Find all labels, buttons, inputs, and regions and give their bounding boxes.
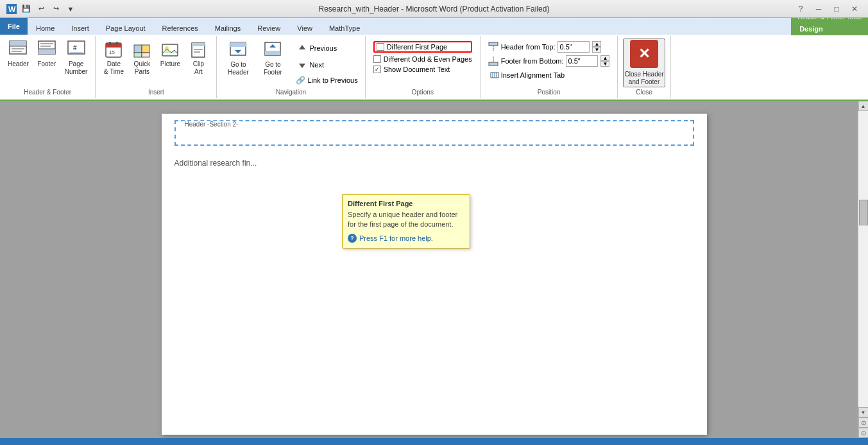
insert-alignment-tab-label: Insert Alignment Tab [501,71,565,79]
nav-prev-next-link: Previous Next 🔗 Link to Previous [294,39,359,86]
page-number-button[interactable]: # Page Number [62,39,90,77]
footer-from-bottom-down[interactable]: ▼ [600,61,609,67]
scroll-next-page-button[interactable]: ⊙ [858,428,869,438]
footer-from-bottom-label: Footer from Bottom: [501,57,564,65]
tab-review[interactable]: Review [249,21,289,35]
link-icon: 🔗 [296,76,305,85]
customize-quick-access-button[interactable]: ▼ [64,3,77,15]
tab-view[interactable]: View [289,21,321,35]
svg-rect-19 [109,42,111,45]
help-button[interactable]: ? [792,3,809,15]
ribbon-group-navigation: Go to Header Go to Footer [217,36,365,98]
svg-rect-29 [194,49,203,50]
footer-button[interactable]: Footer [34,39,60,69]
tab-design[interactable]: Design [791,21,868,35]
tab-insert[interactable]: Insert [63,21,98,35]
picture-icon [160,40,180,60]
previous-button[interactable]: Previous [294,41,359,55]
show-document-text-checkbox[interactable] [373,65,381,73]
close-header-footer-button[interactable]: ✕ Close Header and Footer [623,39,665,87]
header-from-top-spinner: ▲ ▼ [592,41,601,53]
header-from-top-row: Header from Top: ▲ ▼ [488,41,610,53]
date-time-icon: 15 [103,40,124,60]
tab-references[interactable]: References [154,21,207,35]
scroll-up-button[interactable]: ▲ [858,101,869,111]
footer-from-bottom-up[interactable]: ▲ [600,55,609,61]
header-section-label: Header -Section 2- [182,121,241,128]
scroll-track [858,111,868,407]
header-from-top-input[interactable] [557,41,590,53]
header-from-top-down[interactable]: ▼ [592,47,601,53]
tab-file[interactable]: File [0,18,28,35]
picture-button[interactable]: Picture [157,39,183,69]
clip-art-button[interactable]: Clip Art [185,39,211,77]
document-header-area[interactable]: Header -Section 2- [174,120,694,146]
ribbon-group-close: ✕ Close Header and Footer Close [618,36,670,98]
svg-text:15: 15 [109,49,115,55]
window-controls: ? ─ □ ✕ [792,3,863,15]
svg-marker-36 [269,44,276,48]
svg-rect-21 [134,45,142,53]
svg-marker-38 [299,64,305,68]
minimize-button[interactable]: ─ [810,3,827,15]
tab-mailings[interactable]: Mailings [207,21,249,35]
footer-from-bottom-icon [488,56,498,66]
svg-text:#: # [73,44,77,51]
show-document-text-option[interactable]: Show Document Text [373,65,472,73]
clip-art-label: Clip Art [193,60,204,76]
different-odd-even-label: Different Odd & Even Pages [384,55,472,63]
insert-alignment-tab-button[interactable]: Insert Alignment Tab [488,69,610,81]
svg-rect-24 [142,53,149,57]
svg-marker-33 [235,50,241,53]
tooltip-help-text: Press F1 for more help. [359,234,433,242]
date-time-button[interactable]: 15 Date & Time [101,39,126,77]
previous-label: Previous [309,44,337,52]
tab-home[interactable]: Home [28,21,63,35]
save-button[interactable]: 💾 [20,3,33,15]
next-icon [297,60,307,70]
header-button[interactable]: Header [5,39,31,69]
vertical-scrollbar[interactable]: ▲ ▼ ⊙ ⊙ [858,101,868,438]
hf-group-content: Header Footer [5,39,90,87]
tooltip-title: Different First Page [348,200,464,207]
goto-footer-button[interactable]: Go to Footer [257,39,289,78]
previous-icon [297,43,307,53]
quick-parts-button[interactable]: Quick Parts [129,39,155,77]
maximize-button[interactable]: □ [828,3,845,15]
different-odd-even-option[interactable]: Different Odd & Even Pages [373,55,472,63]
close-group-label: Close [636,87,652,96]
link-to-previous-label: Link to Previous [307,76,357,84]
insert-group-label: Insert [148,87,164,96]
header-from-top-label: Header from Top: [501,43,556,51]
word-icon: W [5,3,18,15]
next-button[interactable]: Next [294,58,359,72]
quick-parts-label: Quick Parts [134,60,151,76]
tab-mathtype[interactable]: MathType [321,21,368,35]
picture-label: Picture [160,60,180,68]
ribbon-group-insert: 15 Date & Time Quick Parts [96,36,217,98]
different-first-page-option[interactable]: Different First Page [373,41,472,53]
different-first-page-checkbox[interactable] [377,43,384,51]
scroll-down-button[interactable]: ▼ [858,407,869,417]
svg-rect-41 [489,62,498,65]
link-to-previous-button[interactable]: 🔗 Link to Previous [294,74,359,86]
options-group-label: Options [411,87,433,96]
footer-from-bottom-input[interactable] [566,55,598,67]
redo-button[interactable]: ↪ [49,3,62,15]
scroll-thumb[interactable] [859,200,868,225]
different-odd-even-checkbox[interactable] [373,55,381,63]
tab-page-layout[interactable]: Page Layout [98,21,154,35]
svg-rect-25 [162,44,178,56]
goto-header-button[interactable]: Go to Header [222,39,254,78]
svg-rect-5 [12,48,24,49]
header-from-top-up[interactable]: ▲ [592,41,601,47]
svg-rect-23 [134,53,142,57]
close-header-footer-label: Close Header and Footer [624,71,663,86]
different-first-page-label: Different First Page [387,43,448,51]
svg-rect-3 [10,41,26,46]
scroll-prev-page-button[interactable]: ⊙ [858,417,869,428]
undo-button[interactable]: ↩ [35,3,47,15]
quick-parts-icon [132,40,152,60]
close-button[interactable]: ✕ [846,3,863,15]
position-group-content: Header from Top: ▲ ▼ Footer from Bottom:… [486,39,613,83]
